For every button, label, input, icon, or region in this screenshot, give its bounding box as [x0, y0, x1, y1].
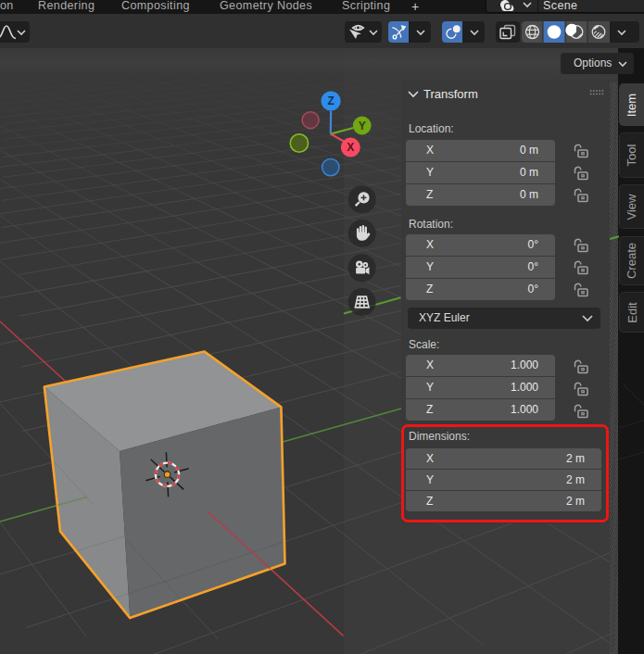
- svg-text:Z: Z: [327, 94, 334, 107]
- svg-text:Y: Y: [359, 119, 366, 132]
- svg-text:X: X: [347, 141, 354, 154]
